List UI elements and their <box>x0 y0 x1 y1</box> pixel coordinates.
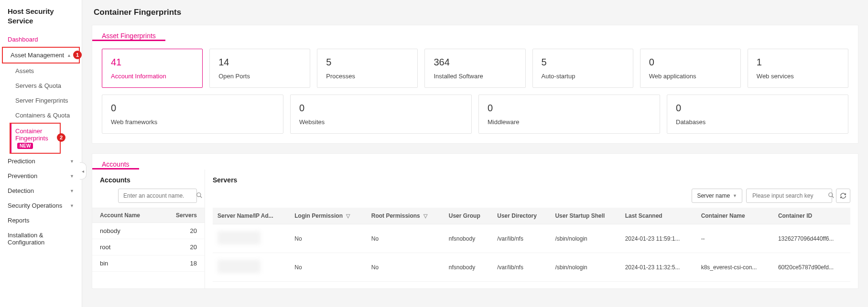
fingerprint-card[interactable]: 14Open Ports <box>209 49 310 88</box>
server-filter-label: Server name <box>697 192 730 199</box>
account-search-box[interactable] <box>118 189 197 203</box>
fingerprint-card[interactable]: 0Websites <box>290 95 472 134</box>
col-login-label: Login Permission <box>294 212 343 219</box>
card-count: 41 <box>111 57 194 68</box>
card-label: Web services <box>757 73 839 80</box>
cell-cname: k8s_everest-csi-con... <box>696 253 773 282</box>
asset-fingerprints-panel: Asset Fingerprints 41Account Information… <box>92 25 858 144</box>
nav-sub-assets[interactable]: Assets <box>15 64 82 78</box>
card-label: Middleware <box>488 118 651 126</box>
col-user-startup-shell[interactable]: User Startup Shell <box>550 208 620 224</box>
cell-shell: /sbin/nologin <box>550 224 620 253</box>
fingerprint-card[interactable]: 5Processes <box>317 49 418 88</box>
chevron-down-icon: ▼ <box>70 174 74 179</box>
nav-installation[interactable]: Installation & Configuration <box>0 228 82 250</box>
servers-toolbar: Server name ▼ <box>213 189 850 203</box>
nav-dashboard[interactable]: Dashboard <box>0 32 82 47</box>
nav-detection-label: Detection <box>8 187 34 194</box>
card-count: 0 <box>488 103 651 114</box>
nav-sub-container-fingerprints[interactable]: Container Fingerprints NEW <box>11 124 60 153</box>
fingerprint-card[interactable]: 5Auto-startup <box>532 49 633 88</box>
filter-icon[interactable]: ▽ <box>346 213 350 219</box>
nav-detection[interactable]: Detection ▼ <box>0 183 82 198</box>
col-root-permissions[interactable]: Root Permissions ▽ <box>367 208 444 224</box>
chevron-up-icon: ▲ <box>67 53 71 58</box>
callout-2: 2 <box>57 133 65 142</box>
card-count: 5 <box>326 57 409 68</box>
cell-cname: -- <box>696 224 773 253</box>
fingerprint-card[interactable]: 1Web services <box>748 49 848 88</box>
servers-title: Servers <box>213 176 850 189</box>
card-count: 0 <box>676 103 839 114</box>
account-col-servers: Servers <box>176 212 197 219</box>
fingerprint-card[interactable]: 364Installed Software <box>424 49 525 88</box>
new-badge: NEW <box>17 143 33 149</box>
card-count: 1 <box>757 57 839 68</box>
card-count: 14 <box>218 57 301 68</box>
account-search-input[interactable] <box>122 192 196 200</box>
nav-sub-servers-quota[interactable]: Servers & Quota <box>15 78 82 93</box>
cell-login: No <box>290 253 366 282</box>
account-row[interactable]: bin18 <box>92 255 205 272</box>
cell-cid: 60f20ce5787d90efd... <box>773 253 850 282</box>
fingerprint-card[interactable]: 41Account Information <box>102 49 203 88</box>
nav-asset-management-label: Asset Management <box>11 52 64 59</box>
servers-table: Server Name/IP Ad... Login Permission ▽ … <box>213 208 850 282</box>
col-user-directory[interactable]: User Directory <box>492 208 550 224</box>
nav-prediction[interactable]: Prediction ▼ <box>0 154 82 169</box>
col-last-scanned[interactable]: Last Scanned <box>620 208 696 224</box>
fingerprint-card[interactable]: 0Web applications <box>640 49 741 88</box>
filter-icon[interactable]: ▽ <box>423 213 427 219</box>
account-row[interactable]: nobody20 <box>92 223 205 239</box>
fingerprint-card[interactable]: 0Middleware <box>478 95 660 134</box>
col-server-name[interactable]: Server Name/IP Ad... <box>213 208 290 224</box>
refresh-button[interactable] <box>836 189 850 203</box>
page-title: Container Fingerprints <box>82 0 868 25</box>
account-rows: nobody20root20bin18 <box>92 223 205 272</box>
account-col-name: Account Name <box>100 212 140 219</box>
nav-asset-management[interactable]: Asset Management ▲ <box>3 48 79 63</box>
card-count: 0 <box>299 103 463 114</box>
col-root-label: Root Permissions <box>371 212 420 219</box>
server-filter-select[interactable]: Server name ▼ <box>692 189 742 203</box>
card-label: Processes <box>326 73 409 80</box>
account-row[interactable]: root20 <box>92 239 205 255</box>
nav-security-operations-label: Security Operations <box>8 202 62 209</box>
col-user-group[interactable]: User Group <box>444 208 492 224</box>
servers-pane: Servers Server name ▼ <box>205 169 858 288</box>
nav-prediction-label: Prediction <box>8 158 35 165</box>
cell-group: nfsnobody <box>444 224 492 253</box>
search-icon <box>196 192 203 200</box>
card-label: Auto-startup <box>542 73 624 80</box>
card-label: Installed Software <box>434 73 516 80</box>
chevron-down-icon: ▼ <box>70 203 74 208</box>
cell-server-name <box>213 253 290 282</box>
col-container-name[interactable]: Container Name <box>696 208 773 224</box>
nav-sub-containers-quota[interactable]: Containers & Quota <box>15 108 82 123</box>
fingerprint-card[interactable]: 0Web frameworks <box>102 95 283 134</box>
accounts-list-title: Accounts <box>92 176 205 189</box>
server-row[interactable]: NoNonfsnobody/var/lib/nfs/sbin/nologin20… <box>213 224 850 253</box>
nav-reports[interactable]: Reports <box>0 213 82 228</box>
col-container-id[interactable]: Container ID <box>773 208 850 224</box>
cell-dir: /var/lib/nfs <box>492 224 550 253</box>
nav-prevention[interactable]: Prevention ▼ <box>0 169 82 183</box>
nav-sub-server-fingerprints[interactable]: Server Fingerprints <box>15 93 82 108</box>
card-label: Web frameworks <box>111 118 274 126</box>
cell-scanned: 2024-01-23 11:59:1... <box>620 224 696 253</box>
main-content: Container Fingerprints Asset Fingerprint… <box>82 0 868 307</box>
svg-point-0 <box>197 192 201 196</box>
server-row[interactable]: NoNonfsnobody/var/lib/nfs/sbin/nologin20… <box>213 253 850 282</box>
server-search-box[interactable] <box>746 189 832 203</box>
sidebar-collapse-handle[interactable]: ◂ <box>80 162 87 180</box>
fingerprint-card[interactable]: 0Databases <box>667 95 848 134</box>
server-search-input[interactable] <box>751 192 825 200</box>
card-count: 5 <box>542 57 624 68</box>
chevron-down-icon: ▼ <box>70 159 74 164</box>
col-login-permission[interactable]: Login Permission ▽ <box>290 208 366 224</box>
card-count: 0 <box>649 57 732 68</box>
account-name: bin <box>100 260 108 267</box>
account-table-header: Account Name Servers <box>92 208 205 223</box>
nav-security-operations[interactable]: Security Operations ▼ <box>0 198 82 213</box>
card-label: Websites <box>299 118 463 126</box>
